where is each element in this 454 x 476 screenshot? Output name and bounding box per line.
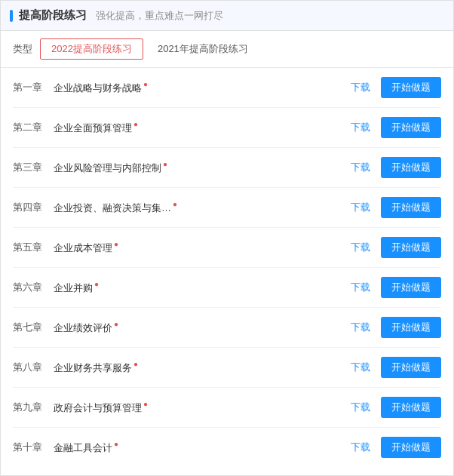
tab-2022[interactable]: 2022提高阶段练习 xyxy=(40,38,143,60)
start-button[interactable]: 开始做题 xyxy=(381,277,441,298)
chapter-actions: 下载开始做题 xyxy=(348,437,441,458)
chapter-number: 第八章 xyxy=(13,361,54,374)
chapter-name-wrap: 企业风险管理与内部控制● xyxy=(54,160,167,175)
chapter-name: 金融工具会计 xyxy=(54,442,112,453)
chapter-actions: 下载开始做题 xyxy=(348,397,441,418)
chapter-name: 企业风险管理与内部控制 xyxy=(54,162,161,174)
chapter-actions: 下载开始做题 xyxy=(348,77,441,98)
chapter-name-wrap: 企业成本管理● xyxy=(54,240,118,255)
chapter-actions: 下载开始做题 xyxy=(348,317,441,338)
start-button[interactable]: 开始做题 xyxy=(381,157,441,178)
table-row: 第九章政府会计与预算管理●下载开始做题 xyxy=(13,388,441,428)
header-accent-bar xyxy=(10,10,13,22)
chapter-left: 第一章企业战略与财务战略● xyxy=(13,80,348,95)
start-button[interactable]: 开始做题 xyxy=(381,437,441,458)
download-button[interactable]: 下载 xyxy=(348,441,373,454)
chapter-left: 第六章企业并购● xyxy=(13,280,348,295)
chapter-number: 第十章 xyxy=(13,441,54,454)
chapter-number: 第四章 xyxy=(13,201,54,214)
chapter-actions: 下载开始做题 xyxy=(348,277,441,298)
header-section: 提高阶段练习 强化提高，重点难点一网打尽 xyxy=(1,1,453,31)
chapter-dot: ● xyxy=(163,160,167,168)
download-button[interactable]: 下载 xyxy=(348,161,373,174)
chapter-number: 第六章 xyxy=(13,281,54,294)
chapter-name-wrap: 企业财务共享服务● xyxy=(54,360,138,375)
chapter-name-wrap: 政府会计与预算管理● xyxy=(54,400,148,415)
start-button[interactable]: 开始做题 xyxy=(381,117,441,138)
chapter-dot: ● xyxy=(173,200,177,208)
table-row: 第三章企业风险管理与内部控制●下载开始做题 xyxy=(13,148,441,188)
chapter-dot: ● xyxy=(94,280,99,288)
table-row: 第一章企业战略与财务战略●下载开始做题 xyxy=(13,68,441,108)
chapter-name-wrap: 企业并购● xyxy=(54,280,99,295)
chapter-dot: ● xyxy=(114,440,118,448)
chapter-name: 企业财务共享服务 xyxy=(54,362,132,373)
chapter-name: 企业绩效评价 xyxy=(54,322,112,333)
chapter-number: 第二章 xyxy=(13,121,54,134)
chapter-left: 第二章企业全面预算管理● xyxy=(13,120,348,135)
chapter-number: 第七章 xyxy=(13,321,54,334)
chapter-actions: 下载开始做题 xyxy=(348,237,441,258)
download-button[interactable]: 下载 xyxy=(348,201,373,214)
chapter-dot: ● xyxy=(114,320,118,328)
chapter-name-wrap: 企业全面预算管理● xyxy=(54,120,138,135)
download-button[interactable]: 下载 xyxy=(348,121,373,134)
table-row: 第四章企业投资、融资决策与集…●下载开始做题 xyxy=(13,188,441,228)
chapter-name-wrap: 企业投资、融资决策与集…● xyxy=(54,200,177,215)
download-button[interactable]: 下载 xyxy=(348,321,373,334)
chapter-name: 企业战略与财务战略 xyxy=(54,82,142,94)
download-button[interactable]: 下载 xyxy=(348,241,373,254)
chapter-left: 第十章金融工具会计● xyxy=(13,440,348,455)
chapter-actions: 下载开始做题 xyxy=(348,117,441,138)
chapter-number: 第一章 xyxy=(13,81,54,94)
chapter-name-wrap: 企业绩效评价● xyxy=(54,320,118,335)
page-title: 提高阶段练习 xyxy=(19,8,87,23)
download-button[interactable]: 下载 xyxy=(348,281,373,294)
header-title-bar: 提高阶段练习 xyxy=(10,8,87,23)
table-row: 第八章企业财务共享服务●下载开始做题 xyxy=(13,348,441,388)
chapter-name: 企业全面预算管理 xyxy=(54,122,132,134)
table-row: 第七章企业绩效评价●下载开始做题 xyxy=(13,308,441,348)
chapter-dot: ● xyxy=(133,360,138,368)
chapter-dot: ● xyxy=(114,240,118,248)
chapter-left: 第五章企业成本管理● xyxy=(13,240,348,255)
download-button[interactable]: 下载 xyxy=(348,361,373,374)
start-button[interactable]: 开始做题 xyxy=(381,397,441,418)
tabs-bar: 类型 2022提高阶段练习 2021年提高阶段练习 xyxy=(1,31,453,68)
tabs-label: 类型 xyxy=(13,42,32,56)
page-subtitle: 强化提高，重点难点一网打尽 xyxy=(96,9,223,23)
chapter-actions: 下载开始做题 xyxy=(348,157,441,178)
chapter-actions: 下载开始做题 xyxy=(348,357,441,378)
table-row: 第二章企业全面预算管理●下载开始做题 xyxy=(13,108,441,148)
start-button[interactable]: 开始做题 xyxy=(381,197,441,218)
chapter-name: 企业成本管理 xyxy=(54,242,112,253)
chapter-number: 第三章 xyxy=(13,161,54,174)
chapter-name-wrap: 金融工具会计● xyxy=(54,440,118,455)
chapter-name: 企业并购 xyxy=(54,282,93,293)
chapter-left: 第七章企业绩效评价● xyxy=(13,320,348,335)
start-button[interactable]: 开始做题 xyxy=(381,357,441,378)
table-row: 第六章企业并购●下载开始做题 xyxy=(13,268,441,308)
start-button[interactable]: 开始做题 xyxy=(381,77,441,98)
tab-2021[interactable]: 2021年提高阶段练习 xyxy=(146,38,259,60)
chapter-dot: ● xyxy=(143,80,148,88)
download-button[interactable]: 下载 xyxy=(348,81,373,94)
chapter-left: 第八章企业财务共享服务● xyxy=(13,360,348,375)
chapter-dot: ● xyxy=(133,120,138,128)
chapter-name: 企业投资、融资决策与集… xyxy=(54,202,171,213)
table-row: 第十章金融工具会计●下载开始做题 xyxy=(13,428,441,467)
chapter-name-wrap: 企业战略与财务战略● xyxy=(54,80,148,95)
chapter-actions: 下载开始做题 xyxy=(348,197,441,218)
chapter-left: 第四章企业投资、融资决策与集…● xyxy=(13,200,348,215)
chapter-dot: ● xyxy=(143,400,148,408)
main-container: 提高阶段练习 强化提高，重点难点一网打尽 类型 2022提高阶段练习 2021年… xyxy=(0,0,454,476)
chapter-name: 政府会计与预算管理 xyxy=(54,402,142,413)
start-button[interactable]: 开始做题 xyxy=(381,237,441,258)
chapter-number: 第九章 xyxy=(13,401,54,414)
start-button[interactable]: 开始做题 xyxy=(381,317,441,338)
download-button[interactable]: 下载 xyxy=(348,401,373,414)
table-row: 第五章企业成本管理●下载开始做题 xyxy=(13,228,441,268)
chapter-left: 第九章政府会计与预算管理● xyxy=(13,400,348,415)
chapter-number: 第五章 xyxy=(13,241,54,254)
chapter-left: 第三章企业风险管理与内部控制● xyxy=(13,160,348,175)
